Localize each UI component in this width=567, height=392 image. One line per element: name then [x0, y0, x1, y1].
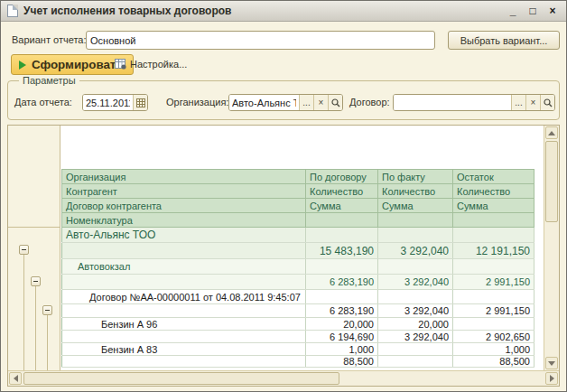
organization-input[interactable]	[229, 95, 299, 110]
header-cell[interactable]	[453, 213, 534, 228]
collapse-group-button[interactable]	[42, 305, 52, 315]
report-cell[interactable]: Договор №АА-00000011 от 04.08.2011 9:45:…	[62, 290, 306, 304]
contract-select-button[interactable]: ...	[511, 95, 525, 110]
header-cell[interactable]: По факту	[378, 170, 453, 184]
report-cell[interactable]: Бензин А 83	[62, 343, 306, 356]
header-cell[interactable]: Количество	[453, 184, 534, 199]
report-date-input[interactable]	[83, 95, 133, 110]
report-header-row: Договор контрагентаСуммаСуммаСумма	[62, 199, 534, 213]
contract-input[interactable]	[394, 95, 511, 110]
header-cell[interactable]: Остаток	[453, 170, 534, 184]
report-cell[interactable]	[453, 228, 534, 243]
report-cell[interactable]: 6 194,690	[306, 331, 378, 343]
report-cell[interactable]: Авто-Альянс ТОО	[62, 228, 306, 243]
organization-search-button[interactable]	[328, 95, 342, 110]
arrow-right-icon	[550, 375, 554, 382]
report-row: 88,50088,500	[62, 356, 534, 368]
report-cell[interactable]: Бензин А 96	[62, 318, 306, 331]
choose-variant-button[interactable]: Выбрать вариант...	[448, 31, 560, 50]
report-cell[interactable]	[62, 331, 306, 343]
titlebar[interactable]: Учет исполнения товарных договоров _ □ ×	[1, 1, 566, 22]
settings-button[interactable]: Настройка...	[115, 58, 187, 70]
organization-clear-button[interactable]: ×	[313, 95, 328, 110]
report-cell[interactable]	[378, 290, 453, 304]
horizontal-scrollbar[interactable]	[8, 370, 559, 386]
minimize-button[interactable]: _	[506, 5, 520, 17]
header-cell[interactable]: Количество	[306, 184, 378, 199]
scroll-down-button[interactable]	[545, 357, 558, 369]
report-cell[interactable]	[306, 259, 378, 275]
arrow-down-icon	[548, 361, 555, 366]
header-cell[interactable]	[306, 213, 378, 228]
contract-clear-button[interactable]: ×	[525, 95, 540, 110]
report-cell[interactable]: 15 483,190	[306, 243, 378, 259]
vertical-scrollbar[interactable]	[544, 126, 559, 370]
calendar-button[interactable]	[133, 95, 147, 110]
contract-search-button[interactable]	[540, 95, 554, 110]
organization-select-button[interactable]: ...	[299, 95, 313, 110]
report-table-body: Авто-Альянс ТОО15 483,1903 292,04012 191…	[62, 228, 534, 368]
search-icon	[331, 98, 340, 107]
report-cell[interactable]: 20,000	[378, 318, 453, 331]
header-cell[interactable]: Организация	[62, 170, 306, 184]
report-cell[interactable]: 3 292,040	[378, 304, 453, 318]
report-cell[interactable]: 6 283,190	[306, 275, 378, 290]
horizontal-scroll-thumb[interactable]	[23, 372, 339, 385]
report-cell[interactable]: 3 292,040	[378, 331, 453, 343]
close-button[interactable]: ×	[545, 5, 560, 17]
report-cell[interactable]	[306, 228, 378, 243]
report-cell[interactable]	[453, 318, 534, 331]
header-cell[interactable]: Количество	[378, 184, 453, 199]
report-cell[interactable]	[62, 356, 306, 368]
header-cell[interactable]: Контрагент	[62, 184, 306, 199]
row-gutter	[8, 126, 60, 370]
report-cell[interactable]	[378, 259, 453, 275]
header-cell[interactable]: Сумма	[306, 199, 378, 213]
report-canvas: ОрганизацияПо договоруПо фактуОстатокКон…	[61, 126, 544, 370]
report-cell[interactable]: 3 292,040	[378, 243, 453, 259]
report-date-label: Дата отчета:	[14, 97, 72, 107]
report-cell[interactable]: 6 283,190	[306, 304, 378, 318]
collapse-group-button[interactable]	[19, 245, 29, 255]
report-cell[interactable]: 2 991,150	[453, 304, 534, 318]
report-cell[interactable]	[453, 290, 534, 304]
collapse-group-button[interactable]	[31, 276, 41, 286]
report-row: Бензин А 9620,00020,000	[62, 318, 534, 331]
report-cell[interactable]	[378, 343, 453, 356]
header-cell[interactable]: Номенклатура	[62, 213, 306, 228]
report-cell[interactable]	[378, 356, 453, 368]
header-cell[interactable]: Сумма	[378, 199, 453, 213]
gutter-divider	[8, 227, 60, 228]
report-cell[interactable]: 1,000	[453, 343, 534, 356]
calendar-icon	[136, 98, 145, 107]
report-cell[interactable]: 88,500	[306, 356, 378, 368]
report-cell[interactable]	[62, 243, 306, 259]
scroll-right-button[interactable]	[545, 372, 558, 385]
report-cell[interactable]: 3 292,040	[378, 275, 453, 290]
maximize-button[interactable]: □	[525, 5, 540, 17]
scroll-left-button[interactable]	[9, 372, 22, 385]
report-header-row: Номенклатура	[62, 213, 534, 228]
report-cell[interactable]: 12 191,150	[453, 243, 534, 259]
variant-input[interactable]	[86, 31, 435, 50]
report-cell[interactable]	[378, 228, 453, 243]
report-cell[interactable]: Автовокзал	[62, 259, 306, 275]
report-cell[interactable]	[62, 304, 306, 318]
header-cell[interactable]: По договору	[306, 170, 378, 184]
arrow-left-icon	[14, 375, 18, 382]
report-cell[interactable]: 1,000	[306, 343, 378, 356]
header-cell[interactable]: Сумма	[453, 199, 534, 213]
report-cell[interactable]: 2 991,150	[453, 275, 534, 290]
report-cell[interactable]: 2 902,650	[453, 331, 534, 343]
header-cell[interactable]	[378, 213, 453, 228]
vertical-scroll-thumb[interactable]	[545, 141, 558, 222]
report-cell[interactable]: 88,500	[453, 356, 534, 368]
report-table-header: ОрганизацияПо договоруПо фактуОстатокКон…	[62, 170, 534, 228]
header-cell[interactable]: Договор контрагента	[62, 199, 306, 213]
report-cell[interactable]	[453, 259, 534, 275]
report-cell[interactable]	[306, 290, 378, 304]
scroll-up-button[interactable]	[545, 126, 558, 139]
report-cell[interactable]: 20,000	[306, 318, 378, 331]
report-row: 6 283,1903 292,0402 991,150	[62, 275, 534, 290]
report-cell[interactable]	[62, 275, 306, 290]
